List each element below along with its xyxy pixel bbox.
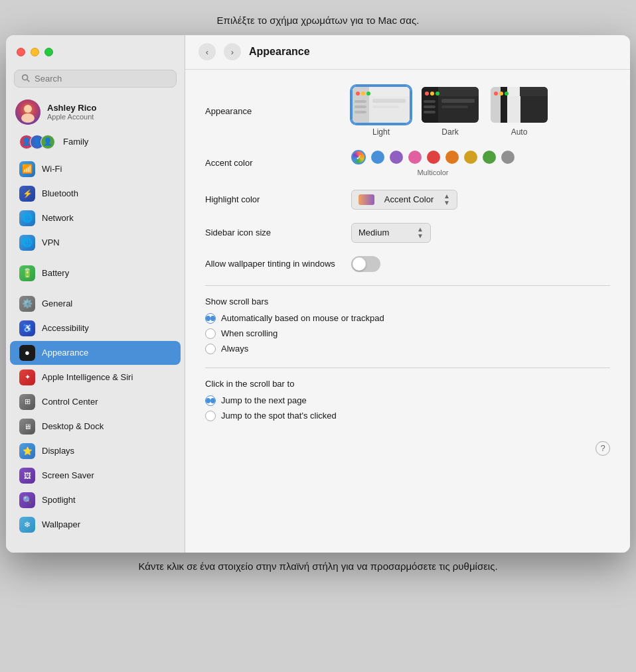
highlight-color-dropdown[interactable]: Accent Color ▲ ▼ [351, 190, 457, 210]
svg-point-0 [23, 75, 28, 80]
sidebar-item-screen-saver[interactable]: 🖼 Screen Saver [10, 464, 181, 488]
click-nextpage-option[interactable]: Jump to the next page [205, 395, 610, 406]
sidebar-item-wallpaper[interactable]: ❄ Wallpaper [10, 513, 181, 537]
accent-color-group: Multicolor [351, 150, 515, 176]
search-icon [21, 74, 31, 83]
accent-yellow[interactable] [464, 151, 477, 164]
svg-rect-29 [491, 87, 507, 124]
accessibility-icon: ♿ [19, 320, 35, 336]
click-nextpage-label: Jump to the next page [221, 395, 307, 405]
forward-button[interactable]: › [224, 43, 241, 60]
network-label: Network [42, 213, 74, 223]
svg-point-21 [425, 92, 429, 96]
accent-green[interactable] [483, 151, 496, 164]
maximize-button[interactable] [44, 48, 53, 56]
desktop-dock-icon: 🖥 [19, 419, 35, 435]
svg-rect-14 [355, 105, 366, 108]
sidebar-system-section: 🔋 Battery [6, 258, 185, 289]
section-divider [205, 285, 610, 286]
sidebar-item-siri[interactable]: ✦ Apple Intelligence & Siri [10, 366, 181, 389]
scroll-scrolling-label: When scrolling [221, 328, 278, 338]
network-icon: 🌐 [19, 210, 35, 226]
siri-label: Apple Intelligence & Siri [42, 372, 133, 382]
sidebar-item-battery[interactable]: 🔋 Battery [10, 261, 181, 285]
vpn-label: VPN [42, 237, 60, 247]
color-dot-group [351, 150, 515, 165]
siri-icon: ✦ [19, 370, 35, 385]
accent-orange[interactable] [445, 151, 459, 164]
sidebar-icon-size-row: Sidebar icon size Medium ▲ ▼ [205, 223, 610, 243]
appearance-auto-option[interactable]: Auto [489, 86, 549, 137]
auto-label: Auto [511, 127, 528, 137]
wallpaper-tinting-toggle[interactable] [351, 256, 380, 272]
sidebar-item-control-center[interactable]: ⊞ Control Center [10, 390, 181, 414]
help-button[interactable]: ? [596, 441, 610, 456]
close-button[interactable] [17, 48, 25, 56]
click-clicked-option[interactable]: Jump to the spot that's clicked [205, 411, 610, 421]
accent-red[interactable] [427, 151, 440, 164]
main-content: ‹ › Appearance Appearance [185, 35, 630, 553]
sidebar-item-family[interactable]: 👤 👤 👤 Family [10, 131, 181, 153]
toggle-knob [353, 257, 366, 271]
show-scroll-bars-label: Show scroll bars [205, 297, 610, 306]
sidebar-icon-size-value: Medium [358, 228, 389, 237]
sidebar-item-wifi[interactable]: 📶 Wi-Fi [10, 157, 181, 181]
sidebar: Ashley Rico Apple Account 👤 👤 👤 Family 📶… [6, 35, 185, 553]
sidebar-icon-size-dropdown[interactable]: Medium ▲ ▼ [351, 223, 431, 243]
svg-point-31 [494, 92, 498, 96]
svg-rect-20 [441, 105, 468, 108]
scroll-always-option[interactable]: Always [205, 344, 610, 354]
accent-color-control: Multicolor [351, 150, 610, 176]
page-title: Appearance [249, 46, 310, 58]
svg-rect-30 [507, 87, 549, 96]
family-avatar-3: 👤 [40, 135, 55, 149]
search-input[interactable] [35, 74, 169, 84]
displays-icon: ⭐ [19, 443, 35, 459]
sidebar-item-accessibility[interactable]: ♿ Accessibility [10, 316, 181, 340]
sidebar-item-displays[interactable]: ⭐ Displays [10, 439, 181, 463]
scroll-auto-option[interactable]: Automatically based on mouse or trackpad [205, 313, 610, 324]
wallpaper-tinting-label: Allow wallpaper tinting in windows [205, 259, 351, 269]
family-avatars: 👤 👤 👤 [19, 135, 55, 149]
sidebar-item-desktop-dock[interactable]: 🖥 Desktop & Dock [10, 415, 181, 438]
desktop-dock-label: Desktop & Dock [42, 421, 104, 431]
minimize-button[interactable] [31, 48, 39, 56]
back-button[interactable]: ‹ [199, 43, 216, 60]
appearance-dark-option[interactable]: Dark [420, 86, 480, 137]
system-preferences-window: Ashley Rico Apple Account 👤 👤 👤 Family 📶… [6, 35, 630, 553]
svg-point-3 [24, 105, 32, 113]
appearance-icon: ● [19, 345, 35, 361]
help-area: ? [205, 435, 610, 462]
accent-gray[interactable] [501, 151, 515, 164]
scroll-scrolling-option[interactable]: When scrolling [205, 328, 610, 339]
battery-icon: 🔋 [19, 265, 35, 281]
scroll-auto-label: Automatically based on mouse or trackpad [221, 313, 384, 323]
svg-rect-18 [438, 87, 480, 96]
battery-label: Battery [42, 268, 69, 278]
sidebar-item-network[interactable]: 🌐 Network [10, 206, 181, 230]
scroll-always-label: Always [221, 344, 248, 354]
sidebar-item-general[interactable]: ⚙️ General [10, 292, 181, 316]
svg-line-1 [27, 80, 30, 82]
sidebar-item-bluetooth[interactable]: ⚡ Bluetooth [10, 182, 181, 206]
light-label: Light [372, 127, 390, 137]
sidebar-item-vpn[interactable]: 🌐 VPN [10, 231, 181, 255]
search-bar[interactable] [14, 70, 177, 88]
svg-rect-15 [355, 111, 366, 113]
sidebar-item-spotlight[interactable]: 🔍 Spotlight [10, 488, 181, 512]
accent-purple[interactable] [390, 151, 403, 164]
sidebar-item-appearance[interactable]: ● Appearance [10, 341, 181, 365]
user-profile-item[interactable]: Ashley Rico Apple Account [6, 94, 185, 130]
vpn-icon: 🌐 [19, 235, 35, 251]
avatar [15, 100, 40, 125]
accent-pink[interactable] [408, 151, 422, 164]
general-label: General [42, 299, 72, 308]
wallpaper-tinting-control [351, 256, 610, 272]
dark-preview [420, 86, 480, 124]
highlight-color-value: Accent Color [384, 194, 434, 204]
appearance-light-option[interactable]: Light [351, 86, 411, 137]
accent-blue[interactable] [371, 151, 384, 164]
spotlight-label: Spotlight [42, 495, 76, 505]
accent-multicolor[interactable] [351, 150, 366, 165]
back-arrow-icon: ‹ [206, 48, 208, 56]
